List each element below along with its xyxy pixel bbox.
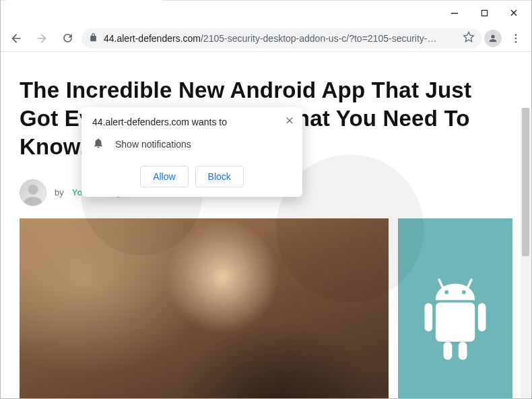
permission-row: Show notifications [92,137,292,151]
lock-icon [88,32,98,44]
svg-rect-1 [451,13,458,13]
profile-avatar[interactable] [484,30,502,47]
maximize-button[interactable] [469,3,499,23]
author-avatar [20,179,46,206]
svg-rect-14 [478,303,486,332]
svg-point-10 [444,290,448,294]
tab-active[interactable]: Android - Incredible New App - I [6,0,162,1]
url-host: 44.alert-defenders.com [104,33,201,44]
svg-rect-16 [459,342,467,360]
forward-button[interactable] [30,28,53,49]
scrollbar-thumb[interactable] [522,108,529,256]
svg-rect-8 [438,278,444,288]
minimize-button[interactable] [440,3,469,23]
android-icon [415,276,496,370]
reload-button[interactable] [56,28,79,49]
bell-icon [92,137,104,151]
svg-point-4 [515,37,517,39]
tab-strip: Android - Incredible New App - I [1,0,531,1]
svg-rect-2 [481,10,487,16]
dialog-origin-text: 44.alert-defenders.com wants to [92,117,292,127]
hero-photo [20,218,389,398]
url-path: /2105-security-desktop-addon-us-c/?to=21… [201,33,437,44]
android-panel [398,218,512,398]
browser-window: Android - Incredible New App - I [0,0,532,399]
viewport: The Incredible New Android App That Just… [1,52,531,398]
allow-button[interactable]: Allow [140,166,188,187]
toolbar: 44.alert-defenders.com/2105-security-des… [1,25,531,52]
dialog-actions: Allow Block [92,166,292,187]
svg-rect-12 [436,302,475,341]
svg-point-6 [28,184,38,194]
bookmark-star-icon[interactable] [463,31,475,45]
svg-point-5 [515,40,517,42]
titlebar [1,1,531,25]
byline-prefix: by [55,187,64,197]
back-button[interactable] [5,28,28,49]
svg-rect-9 [467,278,473,288]
svg-point-3 [515,34,517,36]
svg-point-11 [462,290,466,294]
svg-rect-13 [425,303,433,332]
vertical-scrollbar[interactable] [521,108,531,398]
block-button[interactable]: Block [195,166,244,187]
dialog-close-button[interactable] [284,114,296,126]
svg-rect-15 [444,342,453,360]
kebab-menu-icon[interactable] [504,28,527,49]
svg-point-7 [24,196,42,206]
permission-label: Show notifications [115,139,191,150]
address-bar[interactable]: 44.alert-defenders.com/2105-security-des… [81,28,481,49]
hero-row [1,218,531,398]
url-text: 44.alert-defenders.com/2105-security-des… [104,33,457,44]
window-close-button[interactable] [499,3,529,23]
notification-permission-dialog: 44.alert-defenders.com wants to Show not… [81,107,302,197]
